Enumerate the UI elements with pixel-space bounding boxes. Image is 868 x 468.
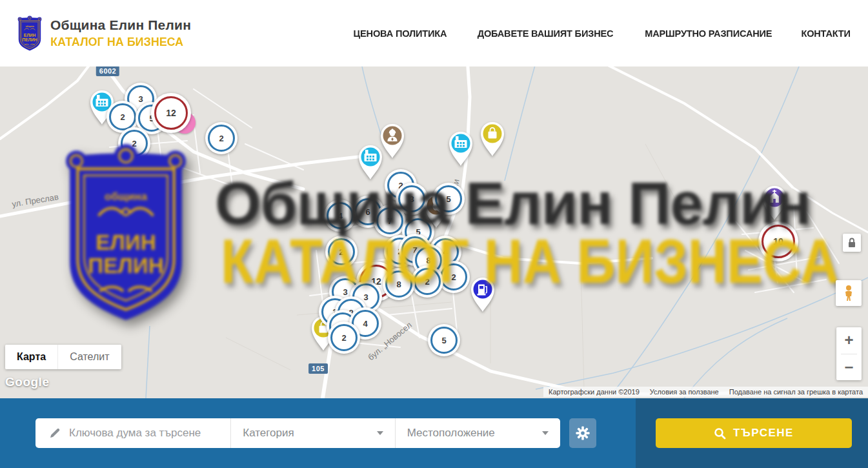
road-number-badge: 6002: [96, 66, 119, 76]
street-view-pegman-button[interactable]: [836, 280, 862, 306]
map-type-control: Карта Сателит: [5, 345, 121, 369]
attribution-copyright: Картографски данни ©2019: [549, 388, 640, 396]
map-type-satellite-button[interactable]: Сателит: [57, 345, 121, 369]
map-cluster-marker[interactable]: 8: [383, 268, 415, 300]
search-bar: Категория Местоположение: [0, 398, 868, 468]
main-nav: ЦЕНОВА ПОЛИТИКА ДОБАВЕТЕ ВАШИЯТ БИЗНЕС М…: [350, 0, 852, 66]
map-type-map-button[interactable]: Карта: [5, 345, 57, 369]
map-cluster-marker[interactable]: 5: [432, 183, 465, 215]
nav-route-schedule[interactable]: МАРШРУТНО РАЗПИСАНИЕ: [645, 28, 772, 39]
map-cluster-marker[interactable]: 2: [118, 127, 150, 159]
site-logo[interactable]: община ЕЛИН ПЕЛИН Община Елин Пелин КАТА…: [15, 13, 191, 53]
svg-text:община: община: [25, 25, 34, 28]
gear-icon: [576, 426, 590, 440]
zoom-in-button[interactable]: +: [836, 327, 862, 354]
map-cluster-marker[interactable]: 2: [325, 236, 358, 268]
map-cluster-marker[interactable]: 2: [411, 265, 443, 298]
map-attribution: Картографски данни ©2019 Условия за полз…: [543, 387, 868, 397]
attribution-report-link[interactable]: Подаване на сигнал за грешка в картата: [729, 388, 863, 396]
map-pin-bag[interactable]: [478, 120, 507, 160]
municipality-emblem-icon: община ЕЛИН ПЕЛИН: [15, 13, 44, 53]
lock-icon: [847, 238, 857, 248]
location-dropdown[interactable]: Местоположение: [395, 418, 560, 448]
zoom-out-button[interactable]: −: [836, 354, 862, 381]
pencil-icon: [48, 427, 61, 440]
map-pin-fuel[interactable]: [468, 276, 498, 316]
keyword-field-wrap: [35, 418, 230, 448]
keyword-search-input[interactable]: [61, 427, 230, 440]
search-submit-button[interactable]: ТЪРСЕНЕ: [656, 418, 852, 448]
pegman-icon: [842, 285, 856, 301]
map-pin-church[interactable]: [760, 184, 789, 224]
map-cluster-marker[interactable]: 10: [758, 221, 798, 261]
search-icon: [714, 427, 726, 440]
map-canvas[interactable]: 6002105ул. Преславбул. „Новоселции: [0, 66, 868, 398]
chevron-down-icon: [377, 431, 383, 435]
search-settings-button[interactable]: [569, 418, 596, 448]
search-button-label: ТЪРСЕНЕ: [733, 427, 794, 440]
map-cluster-marker[interactable]: 12: [151, 93, 191, 133]
svg-text:ЕЛИН: ЕЛИН: [24, 33, 36, 37]
location-dropdown-label: Местоположение: [396, 427, 495, 440]
map-cluster-marker[interactable]: 2: [328, 321, 360, 354]
map-cluster-marker[interactable]: 4: [324, 199, 356, 232]
nav-add-business[interactable]: ДОБАВЕТЕ ВАШИЯТ БИЗНЕС: [478, 28, 614, 39]
nav-contacts[interactable]: КОНТАКТИ: [801, 28, 850, 39]
site-subtitle: КАТАЛОГ НА БИЗНЕСА: [50, 35, 187, 49]
svg-text:ПЕЛИН: ПЕЛИН: [22, 37, 37, 42]
google-logo: Google: [5, 375, 49, 389]
zoom-control: + −: [836, 327, 862, 380]
search-fields-group: Категория Местоположение: [35, 418, 560, 448]
category-dropdown-label: Категория: [231, 427, 294, 440]
map-cluster-marker[interactable]: 5: [428, 324, 460, 356]
site-title: Община Елин Пелин: [50, 17, 191, 33]
map-pin-worker[interactable]: [378, 122, 407, 162]
map-cluster-marker[interactable]: 7: [374, 205, 406, 237]
map-cluster-marker[interactable]: 2: [205, 122, 237, 154]
attribution-terms-link[interactable]: Условия за ползване: [650, 388, 719, 396]
header: община ЕЛИН ПЕЛИН Община Елин Пелин КАТА…: [0, 0, 868, 66]
road-number-badge: 105: [308, 363, 328, 374]
map-lock-button[interactable]: [843, 234, 861, 252]
category-dropdown[interactable]: Категория: [230, 418, 394, 448]
nav-pricing-policy[interactable]: ЦЕНОВА ПОЛИТИКА: [354, 28, 447, 39]
chevron-down-icon: [542, 431, 549, 435]
map-pin-factory[interactable]: [446, 130, 476, 170]
